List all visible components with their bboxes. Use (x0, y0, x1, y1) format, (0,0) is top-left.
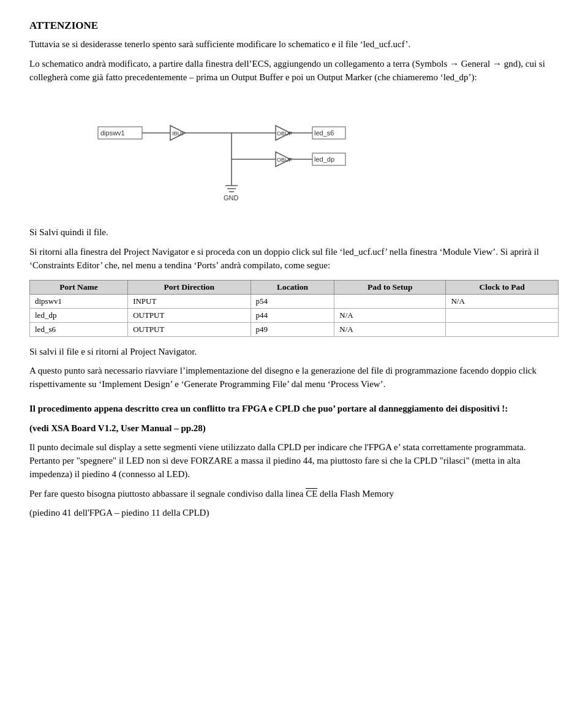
table-cell: INPUT (128, 294, 251, 308)
col-port-name: Port Name (30, 280, 128, 294)
table-cell: led_s6 (30, 322, 128, 336)
svg-text:led_s6: led_s6 (314, 129, 334, 137)
para8: Per fare questo bisogna piuttosto abbass… (29, 488, 559, 501)
table-row: led_s6OUTPUTp49N/A (30, 322, 559, 336)
table-cell: p44 (251, 308, 334, 322)
svg-text:OBUF: OBUF (277, 157, 293, 163)
page-title: ATTENZIONE (29, 20, 559, 32)
svg-text:GND: GND (224, 194, 239, 202)
dipswv1-label: dipswv1 (100, 129, 125, 137)
schematic-diagram: dipswv1 IBUF OBUF led_s6 OBUF (29, 95, 559, 217)
table-cell (334, 294, 446, 308)
svg-text:IBUF: IBUF (172, 130, 185, 137)
warning-title: Il procedimento appena descritto crea un… (29, 402, 559, 416)
warning-sub: (vedi XSA Board V1.2, User Manual – pp.2… (29, 422, 559, 435)
table-cell: dipswv1 (30, 294, 128, 308)
schematic-svg: dipswv1 IBUF OBUF led_s6 OBUF (80, 95, 508, 217)
para9: (piedino 41 dell'FPGA – piedino 11 della… (29, 507, 559, 520)
para1: Tuttavia se si desiderasse tenerlo spent… (29, 38, 559, 51)
table-cell: N/A (446, 294, 559, 308)
table-cell: p49 (251, 322, 334, 336)
para3: Si Salvi quindi il file. (29, 226, 559, 239)
table-row: dipswv1INPUTp54N/A (30, 294, 559, 308)
para4: Si ritorni alla finestra del Project Nav… (29, 246, 559, 273)
table-cell: OUTPUT (128, 322, 251, 336)
table-cell: OUTPUT (128, 308, 251, 322)
warning-block: Il procedimento appena descritto crea un… (29, 402, 559, 435)
svg-text:led_dp: led_dp (314, 156, 334, 163)
table-cell (446, 308, 559, 322)
col-location: Location (251, 280, 334, 294)
table-cell: N/A (334, 308, 446, 322)
table-row: led_dpOUTPUTp44N/A (30, 308, 559, 322)
para8-post: della Flash Memory (317, 489, 394, 499)
col-pad-to-setup: Pad to Setup (334, 280, 446, 294)
para2: Lo schematico andrà modificato, a partir… (29, 58, 559, 85)
svg-text:OBUF: OBUF (277, 130, 293, 137)
para6: A questo punto sarà necessario riavviare… (29, 364, 559, 391)
col-port-direction: Port Direction (128, 280, 251, 294)
para8-pre: Per fare questo bisogna piuttosto abbass… (29, 489, 306, 499)
table-cell: led_dp (30, 308, 128, 322)
constraints-table: Port Name Port Direction Location Pad to… (29, 280, 559, 337)
para7: Il punto decimale sul display a sette se… (29, 441, 559, 481)
table-cell: p54 (251, 294, 334, 308)
table-cell: N/A (334, 322, 446, 336)
table-cell (446, 322, 559, 336)
col-clock-to-pad: Clock to Pad (446, 280, 559, 294)
ce-signal: CE (306, 489, 317, 499)
para5: Si salvi il file e si ritorni al Project… (29, 345, 559, 359)
